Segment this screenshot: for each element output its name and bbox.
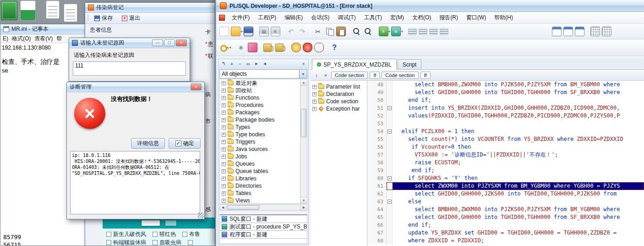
collapse-icon[interactable]: −: [236, 60, 244, 67]
save-button[interactable]: 保存: [91, 13, 116, 23]
open-folder-icon[interactable]: [231, 27, 240, 36]
expand-icon[interactable]: +: [222, 177, 226, 181]
expand-icon[interactable]: +: [222, 184, 226, 188]
tab-sp_ys_brzdxx_mzdzbl[interactable]: SP_YS_BRZDXX_MZDZBL: [312, 59, 397, 70]
expand-icon[interactable]: +: [222, 155, 226, 159]
save-icon[interactable]: [244, 27, 253, 36]
commit-icon[interactable]: [263, 44, 272, 52]
forward-icon[interactable]: ▸: [253, 60, 260, 67]
chevron-down-icon[interactable]: ▾: [401, 30, 403, 34]
code-line[interactable]: 51− insert into YS_BRZDXX(ZDXXID,GHID00,…: [367, 104, 644, 112]
expand-icon[interactable]: +: [222, 140, 226, 144]
ok-button[interactable]: ✓ 确定: [169, 138, 201, 149]
expand-icon[interactable]: +: [222, 162, 226, 166]
menu-item[interactable]: 工程(P): [254, 14, 280, 22]
menu-item[interactable]: 会话(S): [307, 14, 333, 22]
tab-script[interactable]: Script: [398, 59, 422, 69]
jug-red-icon[interactable]: [303, 43, 312, 52]
chevron-down-icon[interactable]: ▾: [229, 46, 231, 50]
checkbox[interactable]: [106, 240, 111, 245]
tree-item[interactable]: +Procedures: [220, 101, 307, 109]
breadcrumb-button[interactable]: Code section: [331, 72, 368, 79]
expand-icon[interactable]: +: [312, 107, 317, 111]
scrollbar-thumb[interactable]: [227, 205, 259, 210]
tree-item[interactable]: +Queues: [220, 160, 307, 168]
program-tree-item[interactable]: +Parameter list: [311, 83, 367, 90]
menu-item[interactable]: 查看(V): [33, 35, 54, 43]
code-line[interactable]: 68 where ZDXXID = PZDXXID;: [367, 237, 644, 245]
tree-item[interactable]: +Package bodies: [220, 116, 307, 123]
expand-icon[interactable]: +: [222, 111, 226, 115]
resize-grip-icon[interactable]: [198, 212, 204, 218]
uncomment-icon[interactable]: [440, 28, 448, 35]
key-icon[interactable]: [219, 43, 229, 52]
code-editor[interactable]: 48 select BMBH00,ZWXM00 into PJZKS00,PJZ…: [367, 81, 644, 246]
document-icon-2[interactable]: [64, 4, 77, 22]
object-filter-combo[interactable]: All objects ▼: [219, 69, 307, 78]
window-list-item[interactable]: 测试窗口 - procedure SP_YS_BRZDX: [220, 223, 307, 231]
checkbox[interactable]: [153, 240, 158, 245]
expand-icon[interactable]: +: [222, 89, 226, 93]
tree-item[interactable]: +Views: [220, 197, 307, 204]
code-line[interactable]: 66 end if;: [367, 221, 644, 229]
disease-item[interactable]: [188, 240, 195, 245]
window-list-item[interactable]: 程序窗口 - 新建: [220, 231, 307, 239]
plsql-titlebar[interactable]: PL/SQL Developer - SD_HOSPITAL@151 - [Er…: [216, 0, 644, 12]
menu-item[interactable]: 宏(M): [386, 14, 408, 22]
code-line[interactable]: 49 select GHID00,GHH000 into TGHID00,TGH…: [367, 89, 644, 96]
expand-icon[interactable]: +: [222, 103, 226, 107]
tree-item[interactable]: +Tables: [220, 190, 307, 197]
tree-item[interactable]: +Triggers: [220, 138, 307, 145]
code-line[interactable]: 59 end if;: [367, 167, 644, 174]
code-line[interactable]: 55 select count(*) into VCOUNTER from YS…: [367, 135, 644, 143]
code-line[interactable]: 62 select GHID00,GHH000,JZKS00 into TGHI…: [367, 190, 644, 198]
window-cascade-icon[interactable]: [563, 27, 573, 36]
paste-icon[interactable]: [336, 27, 346, 36]
form-input-fragment[interactable]: [165, 220, 177, 226]
fold-collapse-icon[interactable]: −: [387, 176, 392, 180]
code-line[interactable]: 58 raise ECUSTOM;: [367, 159, 644, 167]
expand-icon[interactable]: +: [222, 169, 226, 173]
child-window-icon[interactable]: [219, 15, 225, 21]
menu-item[interactable]: 文档(O): [408, 14, 435, 22]
refresh-icon[interactable]: ∗: [236, 43, 246, 52]
expand-icon[interactable]: +: [222, 125, 226, 129]
code-line[interactable]: 64 select BMBH00,ZWXM00 into PJZKS00,PJZ…: [367, 206, 644, 213]
back-icon[interactable]: ◂: [261, 60, 268, 67]
program-tree-item[interactable]: +Exception har: [311, 105, 367, 112]
doc-run-icon[interactable]: ≡: [379, 27, 388, 36]
exit-button[interactable]: × 退出: [118, 13, 144, 23]
expand-icon[interactable]: +: [222, 118, 226, 122]
undo-icon[interactable]: ↶: [286, 27, 296, 36]
code-line[interactable]: 53: [367, 120, 644, 128]
redo-icon[interactable]: ↷: [298, 27, 307, 36]
menu-item[interactable]: 编辑(E): [280, 14, 307, 22]
fold-collapse-icon[interactable]: −: [387, 129, 392, 134]
code-line[interactable]: 60− if SFQGHKS = 'Y' then: [367, 174, 644, 182]
tree-item[interactable]: +Libraries: [220, 175, 307, 182]
error-dialog-titlebar[interactable]: 诊断管理 ×: [67, 82, 204, 92]
expand-icon[interactable]: +: [312, 92, 317, 96]
sort-icon[interactable]: ↕: [313, 72, 320, 79]
tree-vertical-scrollbar[interactable]: ▲ ▼: [300, 79, 307, 203]
code-line[interactable]: 56 if Vcounter=0 then: [367, 143, 644, 151]
menu-item[interactable]: 帮: [55, 35, 63, 43]
menu-item[interactable]: 格式(O): [11, 35, 32, 43]
excel-icon[interactable]: [20, 0, 36, 21]
nav-up-icon[interactable]: ↰: [220, 60, 227, 67]
jug-copper-icon[interactable]: [314, 43, 324, 52]
details-button[interactable]: 详细信息: [131, 138, 165, 149]
breadcrumb-button[interactable]: Code section: [382, 72, 418, 79]
window-new-icon[interactable]: [552, 27, 562, 36]
expand-icon[interactable]: +: [222, 133, 226, 137]
doc-check-icon[interactable]: ≡: [391, 27, 401, 36]
tree-item[interactable]: +最近对象: [220, 79, 307, 87]
disease-item[interactable]: 新生儿破伤风: [106, 230, 146, 238]
jug-gold-icon[interactable]: [291, 43, 301, 52]
menu-item[interactable]: 调试(T): [333, 14, 360, 22]
help-icon[interactable]: ?: [330, 43, 339, 52]
print-preview-icon[interactable]: ≡: [271, 27, 280, 36]
expand-icon[interactable]: +: [222, 81, 226, 85]
panel-splitter[interactable]: [218, 211, 308, 214]
brush-icon[interactable]: [248, 43, 257, 52]
